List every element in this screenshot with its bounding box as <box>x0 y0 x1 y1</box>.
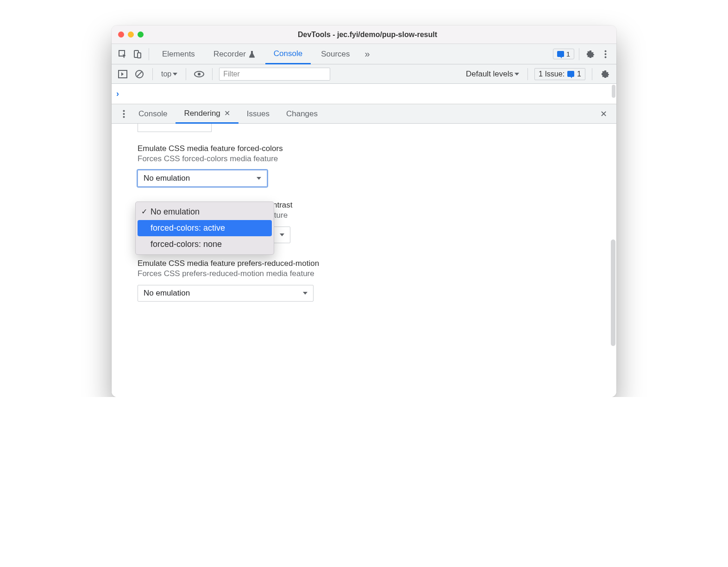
svg-point-12 <box>123 113 125 115</box>
caret-down-icon <box>303 292 308 295</box>
issues-link[interactable]: 1 Issue: 1 <box>534 68 585 80</box>
forced-colors-select[interactable]: No emulation <box>138 170 267 187</box>
scrollbar-thumb[interactable] <box>612 85 615 98</box>
content-scrollbar-thumb[interactable] <box>611 239 615 346</box>
drawer-tabbar: Console Rendering ✕ Issues Changes ✕ <box>112 104 616 124</box>
drawer-tab-rendering[interactable]: Rendering ✕ <box>176 105 238 124</box>
levels-label: Default levels <box>466 69 513 79</box>
forced-colors-desc: Forces CSS forced-colors media feature <box>138 154 590 164</box>
svg-point-4 <box>604 53 606 55</box>
devtools-window: DevTools - jec.fyi/demo/pup-slow-result … <box>112 25 616 397</box>
svg-point-5 <box>604 56 606 58</box>
caret-down-icon <box>280 233 284 236</box>
device-toolbar-icon[interactable] <box>131 48 144 61</box>
console-settings-icon[interactable] <box>599 68 612 81</box>
issues-badge[interactable]: 1 <box>553 49 574 59</box>
separator <box>149 48 149 60</box>
tab-sources[interactable]: Sources <box>313 44 358 64</box>
close-window-button[interactable] <box>118 32 124 38</box>
svg-point-10 <box>198 73 201 76</box>
drawer-tab-console[interactable]: Console <box>130 104 176 123</box>
reduced-motion-select[interactable]: No emulation <box>138 285 314 302</box>
console-toolbar: top Default levels 1 Issue: 1 <box>112 64 616 84</box>
svg-point-3 <box>604 50 606 52</box>
inspect-element-icon[interactable] <box>116 48 129 61</box>
drawer-tab-issues[interactable]: Issues <box>238 104 278 123</box>
section-forced-colors: Emulate CSS media feature forced-colors … <box>138 144 590 187</box>
svg-rect-2 <box>138 53 141 58</box>
close-tab-icon[interactable]: ✕ <box>224 109 230 118</box>
caret-down-icon <box>173 73 177 76</box>
drawer-tab-rendering-label: Rendering <box>184 109 220 118</box>
log-levels-selector[interactable]: Default levels <box>464 69 521 79</box>
rendering-panel: Emulate CSS media feature forced-colors … <box>112 124 616 397</box>
forced-colors-value: No emulation <box>144 174 190 183</box>
window-title: DevTools - jec.fyi/demo/pup-slow-result <box>125 31 610 39</box>
svg-line-8 <box>137 72 142 76</box>
svg-point-13 <box>123 116 125 118</box>
partial-select-above <box>138 124 212 132</box>
reduced-motion-value: No emulation <box>144 289 190 298</box>
filter-input[interactable] <box>219 68 330 81</box>
separator <box>212 68 213 80</box>
execution-context-selector[interactable]: top <box>159 70 179 78</box>
tab-elements[interactable]: Elements <box>154 44 203 64</box>
titlebar: DevTools - jec.fyi/demo/pup-slow-result <box>112 25 616 44</box>
tab-recorder[interactable]: Recorder <box>205 44 264 64</box>
drawer-close-icon[interactable]: ✕ <box>596 107 611 121</box>
issue-count: 1 <box>577 70 581 78</box>
main-toolbar: Elements Recorder Console Sources » 1 <box>112 44 616 64</box>
forced-colors-dropdown-popup: No emulation forced-colors: active force… <box>135 202 274 255</box>
separator <box>186 68 186 80</box>
caret-down-icon <box>257 177 261 180</box>
drawer-kebab-icon[interactable] <box>117 107 130 120</box>
issue-label: 1 Issue: <box>539 70 565 78</box>
chat-icon <box>567 71 574 77</box>
reduced-motion-title: Emulate CSS media feature prefers-reduce… <box>138 259 590 268</box>
console-sidebar-toggle-icon[interactable] <box>116 68 129 81</box>
flask-icon <box>249 50 255 58</box>
section-prefers-reduced-motion: Emulate CSS media feature prefers-reduce… <box>138 259 590 302</box>
dropdown-option-no-emulation[interactable]: No emulation <box>138 204 272 220</box>
issues-count: 1 <box>566 50 570 58</box>
live-expression-icon[interactable] <box>193 68 206 81</box>
dropdown-option-none[interactable]: forced-colors: none <box>138 236 272 252</box>
separator <box>579 48 579 60</box>
chat-icon <box>557 51 564 57</box>
separator <box>527 68 528 80</box>
caret-down-icon <box>515 73 519 76</box>
settings-icon[interactable] <box>584 48 597 61</box>
tab-recorder-label: Recorder <box>213 50 246 59</box>
dropdown-option-active[interactable]: forced-colors: active <box>138 220 272 236</box>
forced-colors-title: Emulate CSS media feature forced-colors <box>138 144 590 153</box>
more-tabs-button[interactable]: » <box>360 44 375 64</box>
separator <box>152 68 153 80</box>
prompt-chevron-icon: › <box>116 89 119 99</box>
kebab-menu-icon[interactable] <box>599 48 612 61</box>
tab-console[interactable]: Console <box>265 44 311 64</box>
svg-point-11 <box>123 110 125 112</box>
reduced-motion-desc: Forces CSS prefers-reduced-motion media … <box>138 269 590 278</box>
drawer-tab-changes[interactable]: Changes <box>278 104 326 123</box>
separator <box>592 68 592 80</box>
clear-console-icon[interactable] <box>133 68 146 81</box>
console-prompt-area[interactable]: › <box>112 84 616 104</box>
context-label: top <box>161 70 171 78</box>
